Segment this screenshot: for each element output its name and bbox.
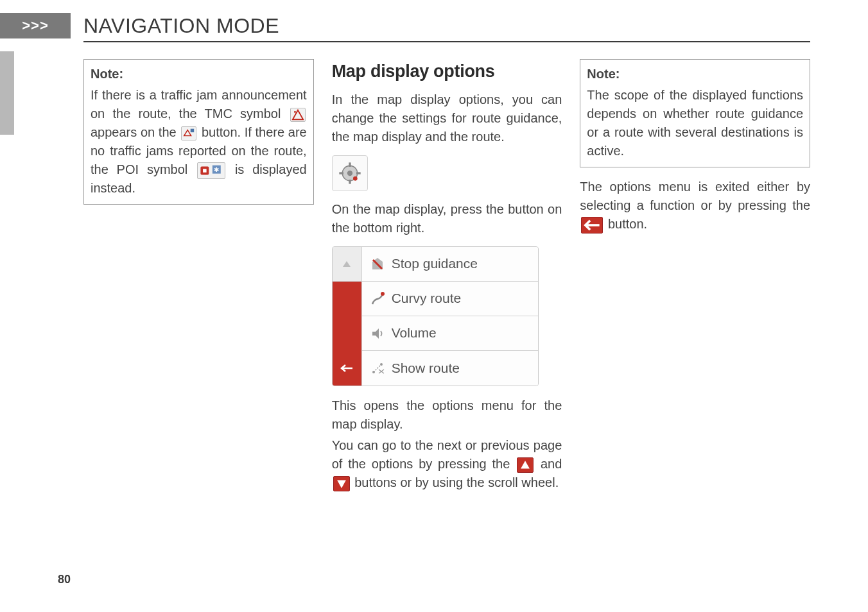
options-menu-row: Stop guidance <box>333 247 538 282</box>
svg-rect-11 <box>339 172 343 174</box>
poi-tmc-button-icon <box>181 126 196 140</box>
note-text-segment: If there is a traffic jam announcement o… <box>91 88 307 121</box>
note-heading: Note: <box>587 65 803 83</box>
option-label: Stop guidance <box>392 254 478 273</box>
content-columns: Note: If there is a traffic jam announce… <box>83 59 810 501</box>
note-heading: Note: <box>91 65 307 83</box>
option-label: Curvy route <box>392 289 462 308</box>
svg-point-14 <box>353 176 358 181</box>
paragraph: You can go to the next or previous page … <box>332 436 562 492</box>
svg-rect-10 <box>349 180 351 184</box>
options-menu-row: Show route <box>333 351 538 386</box>
curvy-route-icon <box>370 291 385 307</box>
stop-guidance-icon <box>370 257 385 272</box>
svg-marker-20 <box>372 328 379 339</box>
show-route-icon <box>370 361 385 376</box>
document-page: >>> NAVIGATION MODE Note: If there is a … <box>0 0 868 612</box>
options-menu-figure: Stop guidance Curvy route <box>332 246 539 386</box>
paragraph: The options menu is exited either by sel… <box>580 178 810 234</box>
svg-point-13 <box>347 171 352 176</box>
back-arrow-icon <box>340 364 354 373</box>
page-number: 80 <box>58 573 71 586</box>
option-label: Show route <box>392 359 460 378</box>
column-1: Note: If there is a traffic jam announce… <box>83 59 314 501</box>
svg-marker-25 <box>337 480 346 488</box>
option-volume[interactable]: Volume <box>362 316 538 350</box>
column-3: Note: The scope of the displayed functio… <box>580 59 810 501</box>
svg-rect-12 <box>356 172 361 174</box>
text-segment: buttons or by using the scroll wheel. <box>354 475 559 489</box>
options-menu-row: Curvy route <box>333 282 538 316</box>
option-label: Volume <box>392 323 437 343</box>
scroll-up-button-icon <box>517 457 534 473</box>
note-body: If there is a traffic jam announcement o… <box>91 86 307 198</box>
option-curvy-route[interactable]: Curvy route <box>362 282 538 316</box>
title-rule <box>83 41 810 42</box>
text-segment: and <box>541 457 562 471</box>
text-segment: The options menu is exited either by sel… <box>580 180 810 212</box>
scroll-down-button-icon <box>333 476 350 491</box>
side-tab-stub <box>0 51 14 135</box>
breadcrumb-arrows-tab: >>> <box>0 13 71 38</box>
note-box-traffic: Note: If there is a traffic jam announce… <box>83 59 314 205</box>
page-title: NAVIGATION MODE <box>83 14 279 38</box>
scroll-up-button[interactable] <box>333 247 362 281</box>
chevron-up-icon <box>342 259 352 269</box>
svg-rect-9 <box>349 162 351 167</box>
svg-marker-2 <box>184 130 191 135</box>
tmc-symbol-icon <box>290 108 306 122</box>
volume-icon <box>370 326 385 341</box>
gear-button-figure <box>332 155 368 191</box>
poi-symbol-icon: ✱ <box>197 162 225 179</box>
svg-rect-5 <box>203 169 207 173</box>
svg-marker-24 <box>521 461 530 468</box>
svg-point-18 <box>381 292 385 296</box>
text-segment: button. <box>608 217 647 231</box>
note-text-segment: appears on the <box>91 125 180 139</box>
column-2: Map display options In the map display o… <box>332 59 562 501</box>
svg-point-1 <box>294 111 296 113</box>
svg-marker-15 <box>343 261 351 267</box>
note-box-scope: Note: The scope of the displayed functio… <box>580 59 810 167</box>
page-header: >>> NAVIGATION MODE <box>0 13 810 38</box>
back-button[interactable] <box>333 351 362 386</box>
option-show-route[interactable]: Show route <box>362 351 538 386</box>
note-body: The scope of the displayed functions dep… <box>587 86 803 160</box>
option-stop-guidance[interactable]: Stop guidance <box>362 247 538 281</box>
back-button-icon <box>581 217 603 234</box>
svg-text:✱: ✱ <box>214 166 219 173</box>
gear-icon <box>337 160 363 186</box>
svg-rect-3 <box>191 128 194 132</box>
section-heading: Map display options <box>332 59 562 84</box>
paragraph: In the map display options, you can chan… <box>332 90 562 146</box>
paragraph: This opens the options menu for the map … <box>332 396 562 434</box>
paragraph: On the map display, press the button on … <box>332 200 562 237</box>
options-menu-row: Volume <box>333 316 538 351</box>
